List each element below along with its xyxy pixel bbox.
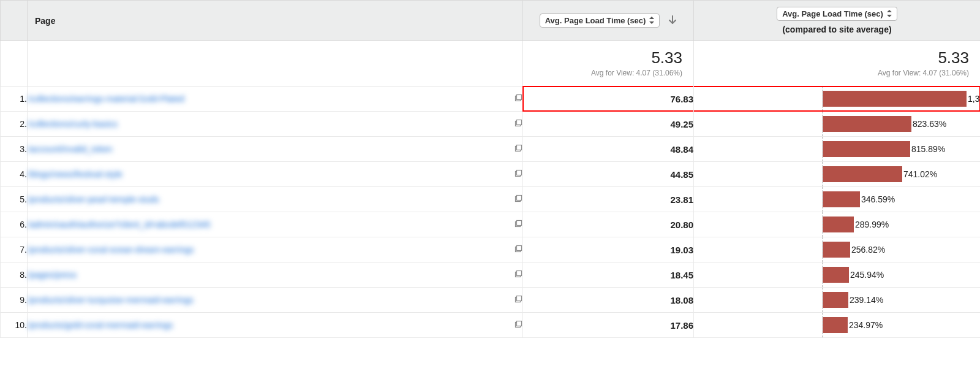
open-in-new-icon[interactable] (514, 144, 522, 154)
header-rownum (1, 1, 28, 41)
comparison-cell: 239.14% (694, 288, 981, 313)
page-cell: /collections/earrings-material:Gold-Plat… (28, 86, 523, 112)
row-number: 4. (1, 162, 28, 187)
row-number: 9. (1, 288, 28, 313)
axis-zero-line (823, 86, 823, 111)
open-in-new-icon[interactable] (514, 320, 522, 330)
page-cell: /products/silver-coral-ocean-dream-earri… (28, 237, 523, 263)
load-time-cell: 18.45 (523, 263, 694, 288)
table-row: 1./collections/earrings-material:Gold-Pl… (1, 86, 981, 112)
load-time-cell: 18.08 (523, 288, 694, 313)
axis-zero-line (823, 288, 823, 312)
comparison-cell: 1,340.86% (694, 86, 981, 112)
table-row: 4./blogs/news/festival-style44.85741.02% (1, 162, 981, 187)
page-path-link[interactable]: /admin/oauth/authorize?client_id=abcdef0… (28, 220, 211, 229)
summary-comp-cell: 5.33 Avg for View: 4.07 (31.06%) (694, 41, 981, 86)
comparison-cell: 256.82% (694, 237, 981, 263)
row-number: 2. (1, 112, 28, 137)
svg-rect-15 (517, 271, 522, 276)
axis-zero-line (823, 237, 823, 262)
axis-zero-line (823, 263, 823, 287)
page-path-link[interactable]: /pages/press (28, 270, 77, 280)
metric-select-load-time[interactable]: Avg. Page Load Time (sec) (540, 13, 660, 28)
comparison-value: 256.82% (851, 245, 885, 255)
load-time-cell: 17.86 (523, 313, 694, 338)
open-in-new-icon[interactable] (514, 194, 522, 204)
comparison-bar (823, 242, 850, 258)
comparison-bar (823, 217, 854, 232)
axis-zero-line (823, 112, 823, 136)
svg-rect-13 (517, 246, 522, 251)
summary-load-value: 5.33 (534, 48, 682, 67)
comparison-cell: 245.94% (694, 263, 981, 288)
open-in-new-icon[interactable] (514, 245, 522, 255)
page-cell: /products/silver-turquoise-mermaid-earri… (28, 288, 523, 313)
svg-rect-7 (517, 171, 522, 175)
page-path-link[interactable]: /products/silver-coral-ocean-dream-earri… (28, 245, 194, 255)
svg-rect-5 (517, 145, 522, 150)
open-in-new-icon[interactable] (514, 270, 522, 280)
summary-rownum (1, 41, 28, 86)
summary-load-cell: 5.33 Avg for View: 4.07 (31.06%) (523, 41, 694, 86)
comparison-value: 289.99% (855, 220, 889, 229)
sort-descending-icon[interactable] (668, 15, 677, 26)
svg-rect-11 (517, 221, 522, 226)
row-number: 3. (1, 137, 28, 162)
comparison-value: 245.94% (850, 270, 884, 280)
row-number: 7. (1, 237, 28, 263)
comparison-bar (823, 292, 848, 308)
load-time-cell: 49.25 (523, 112, 694, 137)
axis-zero-line (823, 162, 823, 186)
row-number: 6. (1, 212, 28, 237)
comparison-cell: 823.63% (694, 112, 981, 137)
page-cell: /blogs/news/festival-style (28, 162, 523, 187)
comparison-value: 239.14% (850, 295, 883, 305)
page-path-link[interactable]: /collections/earrings-material:Gold-Plat… (28, 94, 184, 104)
caret-updown-icon (649, 17, 654, 25)
axis-zero-line (823, 137, 823, 161)
page-path-link[interactable]: /products/silver-pearl-temple-studs (28, 194, 159, 204)
header-page[interactable]: Page (28, 1, 523, 41)
page-path-link[interactable]: /products/silver-turquoise-mermaid-earri… (28, 295, 194, 305)
page-timings-table: Page Avg. Page Load Time (sec) Avg. Page… (0, 0, 980, 338)
svg-rect-17 (517, 296, 522, 301)
summary-comp-value: 5.33 (705, 48, 969, 67)
summary-comp-sub: Avg for View: 4.07 (31.06%) (705, 69, 969, 77)
comparison-bar (823, 91, 967, 107)
open-in-new-icon[interactable] (514, 169, 522, 179)
open-in-new-icon[interactable] (514, 119, 522, 129)
page-path-link[interactable]: /collections/curly-basics (28, 119, 118, 129)
metric-select-load-label: Avg. Page Load Time (sec) (545, 16, 646, 25)
caret-updown-icon (887, 10, 892, 18)
row-number: 10. (1, 313, 28, 338)
axis-zero-line (823, 313, 823, 337)
summary-page-cell (28, 41, 523, 86)
comparison-value: 346.59% (861, 194, 895, 204)
summary-load-sub: Avg for View: 4.07 (31.06%) (534, 69, 682, 77)
page-path-link[interactable]: /account/invalid_token (28, 144, 113, 154)
open-in-new-icon[interactable] (514, 295, 522, 305)
open-in-new-icon[interactable] (514, 220, 522, 229)
header-comparison-sublabel: (compared to site average) (701, 25, 973, 34)
comparison-value: 234.97% (849, 320, 883, 330)
header-page-label: Page (35, 16, 55, 26)
axis-zero-line (823, 187, 823, 212)
open-in-new-icon[interactable] (514, 94, 522, 104)
comparison-bar (823, 267, 849, 283)
svg-rect-3 (517, 120, 522, 125)
row-number: 1. (1, 86, 28, 112)
load-time-cell: 19.03 (523, 237, 694, 263)
metric-select-comparison[interactable]: Avg. Page Load Time (sec) (777, 7, 897, 21)
table-row: 5./products/silver-pearl-temple-studs23.… (1, 187, 981, 212)
comparison-cell: 741.02% (694, 162, 981, 187)
table-row: 6./admin/oauth/authorize?client_id=abcde… (1, 212, 981, 237)
comparison-bar (823, 166, 902, 182)
axis-zero-line (823, 212, 823, 237)
table-row: 7./products/silver-coral-ocean-dream-ear… (1, 237, 981, 263)
page-path-link[interactable]: /blogs/news/festival-style (28, 169, 123, 179)
table-row: 9./products/silver-turquoise-mermaid-ear… (1, 288, 981, 313)
page-path-link[interactable]: /products/gold-coral-mermaid-earrings (28, 320, 173, 330)
comparison-value: 823.63% (913, 119, 946, 129)
header-load-time: Avg. Page Load Time (sec) (523, 1, 694, 41)
svg-rect-9 (517, 196, 522, 201)
